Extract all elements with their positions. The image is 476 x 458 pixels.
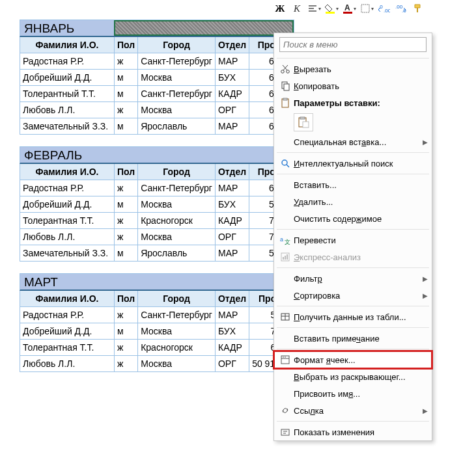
table-row[interactable]: Любовь Л.Л.жМоскваОРГ72 2	[20, 229, 290, 245]
cell-city[interactable]: Москва	[138, 102, 216, 118]
cell-city[interactable]: Санкт-Петербург	[138, 307, 216, 323]
cell-dept[interactable]: МАР	[215, 118, 249, 135]
cell-dept[interactable]: МАР	[215, 307, 249, 323]
col-header-name[interactable]: Фамилия И.О.	[20, 37, 115, 53]
cell-name[interactable]: Любовь Л.Л.	[20, 356, 115, 372]
menu-delete[interactable]: Удалить...	[274, 193, 432, 210]
cell-dept[interactable]: КАДР	[215, 340, 249, 356]
cell-sex[interactable]: м	[115, 70, 138, 86]
cell-sex[interactable]: ж	[115, 356, 138, 372]
cell-sex[interactable]: м	[115, 323, 138, 340]
menu-format-cells[interactable]: Формат ячеек...	[274, 351, 432, 368]
menu-cut[interactable]: Вырезать	[274, 61, 432, 77]
cell-sex[interactable]: ж	[115, 229, 138, 245]
cell-name[interactable]: Замечательный З.З.	[20, 118, 115, 135]
cell-sex[interactable]: ж	[115, 53, 138, 70]
cell-name[interactable]: Любовь Л.Л.	[20, 102, 115, 118]
cell-city[interactable]: Санкт-Петербург	[138, 53, 216, 70]
cell-city[interactable]: Санкт-Петербург	[138, 180, 216, 196]
menu-sort[interactable]: Сортировка ▶	[274, 287, 432, 304]
menu-clear-contents[interactable]: Очистить содержимое	[274, 210, 432, 227]
table-row[interactable]: Толерантная Т.Т.жКрасногорскКАДР66 0	[20, 340, 292, 356]
month-title[interactable]: ФЕВРАЛЬ	[20, 146, 294, 164]
cell-sex[interactable]: м	[115, 196, 138, 213]
month-title[interactable]: ЯНВАРЬ	[20, 20, 294, 37]
col-header-city[interactable]: Город	[138, 291, 216, 307]
menu-filter[interactable]: Фильтр ▶	[274, 270, 432, 287]
table-row[interactable]: Добрейший Д.Д.мМоскваБУХ62 9	[20, 70, 290, 86]
cell-name[interactable]: Радостная Р.Р.	[20, 53, 115, 70]
col-header-dept[interactable]: Отдел	[215, 291, 249, 307]
cell-name[interactable]: Добрейший Д.Д.	[20, 70, 115, 86]
menu-search-input[interactable]	[279, 37, 427, 52]
align-button[interactable]: ▾	[307, 1, 321, 16]
fill-color-button[interactable]: ▾	[325, 1, 339, 16]
col-header-city[interactable]: Город	[138, 164, 216, 180]
cell-sex[interactable]: м	[115, 86, 138, 102]
table-row[interactable]: Любовь Л.Л.жМоскваОРГ50 914 ₽	[20, 356, 292, 372]
table-row[interactable]: Замечательный З.З.мЯрославльМАР68 1	[20, 118, 290, 135]
month-title[interactable]: МАРТ	[20, 273, 294, 291]
cell-dept[interactable]: МАР	[215, 53, 249, 70]
menu-define-name[interactable]: Присвоить имя...	[274, 385, 432, 402]
menu-get-data[interactable]: Получить данные из табли...	[274, 308, 432, 325]
decrease-decimal-button[interactable]: .0.00	[378, 1, 391, 16]
cell-name[interactable]: Радостная Р.Р.	[20, 307, 115, 323]
italic-button[interactable]: К	[290, 1, 303, 16]
cell-sex[interactable]: ж	[115, 340, 138, 356]
menu-insert[interactable]: Вставить...	[274, 176, 432, 193]
cell-dept[interactable]: ОРГ	[215, 356, 249, 372]
cell-city[interactable]: Красногорск	[138, 340, 216, 356]
cell-sex[interactable]: ж	[115, 307, 138, 323]
cell-dept[interactable]: БУХ	[215, 70, 249, 86]
cell-name[interactable]: Добрейший Д.Д.	[20, 323, 115, 340]
table-row[interactable]: Радостная Р.Р.жСанкт-ПетербургМАР61 3	[20, 53, 290, 70]
menu-translate[interactable]: а文 Перевести	[274, 232, 432, 249]
col-header-dept[interactable]: Отдел	[215, 164, 249, 180]
cell-city[interactable]: Ярославль	[138, 245, 216, 262]
cell-dept[interactable]: КАДР	[215, 86, 249, 102]
table-row[interactable]: Толерантный Т.Т.мСанкт-ПетербургКАДР66 0	[20, 86, 290, 102]
cell-city[interactable]: Ярославль	[138, 118, 216, 135]
cell-sex[interactable]: м	[115, 245, 138, 262]
cell-dept[interactable]: ОРГ	[215, 229, 249, 245]
menu-insert-comment[interactable]: Вставить примечание	[274, 330, 432, 347]
table-row[interactable]: Замечательный З.З.мЯрославльМАР58 5	[20, 245, 290, 262]
cell-city[interactable]: Красногорск	[138, 213, 216, 229]
table-row[interactable]: Радостная Р.Р.жСанкт-ПетербургМАР59 6	[20, 307, 292, 323]
paste-option-default[interactable]	[294, 113, 313, 131]
table-row[interactable]: Радостная Р.Р.жСанкт-ПетербургМАР68 3	[20, 180, 290, 196]
table-row[interactable]: Толерантная Т.Т.жКрасногорскКАДР74 0	[20, 213, 290, 229]
cell-name[interactable]: Толерантная Т.Т.	[20, 213, 115, 229]
cell-dept[interactable]: МАР	[215, 245, 249, 262]
cell-city[interactable]: Санкт-Петербург	[138, 86, 216, 102]
cell-name[interactable]: Толерантный Т.Т.	[20, 86, 115, 102]
cell-sex[interactable]: ж	[115, 213, 138, 229]
font-color-button[interactable]: A▾	[343, 1, 356, 16]
col-header-name[interactable]: Фамилия И.О.	[20, 291, 115, 307]
menu-pick-from-list[interactable]: Выбрать из раскрывающег...	[274, 368, 432, 385]
cell-sex[interactable]: м	[115, 118, 138, 135]
cell-sex[interactable]: ж	[115, 180, 138, 196]
table-row[interactable]: Любовь Л.Л.жМоскваОРГ67 2	[20, 102, 290, 118]
cell-name[interactable]: Радостная Р.Р.	[20, 180, 115, 196]
menu-smart-lookup[interactable]: Интеллектуальный поиск	[274, 155, 432, 172]
table-row[interactable]: Добрейший Д.Д.мМоскваБУХ73 0	[20, 323, 292, 340]
cell-city[interactable]: Москва	[138, 196, 216, 213]
cell-dept[interactable]: ОРГ	[215, 102, 249, 118]
col-header-sex[interactable]: Пол	[115, 37, 138, 53]
cell-city[interactable]: Москва	[138, 323, 216, 340]
cell-name[interactable]: Замечательный З.З.	[20, 245, 115, 262]
table-row[interactable]: Добрейший Д.Д.мМоскваБУХ55 9	[20, 196, 290, 213]
cell-city[interactable]: Москва	[138, 356, 216, 372]
increase-decimal-button[interactable]: .00.0	[395, 1, 408, 16]
col-header-city[interactable]: Город	[138, 37, 216, 53]
col-header-sex[interactable]: Пол	[115, 164, 138, 180]
bold-button[interactable]: Ж	[273, 1, 287, 16]
cell-city[interactable]: Москва	[138, 229, 216, 245]
cell-dept[interactable]: БУХ	[215, 323, 249, 340]
cell-name[interactable]: Толерантная Т.Т.	[20, 340, 115, 356]
borders-button[interactable]: ▾	[360, 1, 374, 16]
cell-dept[interactable]: КАДР	[215, 213, 249, 229]
format-painter-button[interactable]	[412, 1, 425, 16]
